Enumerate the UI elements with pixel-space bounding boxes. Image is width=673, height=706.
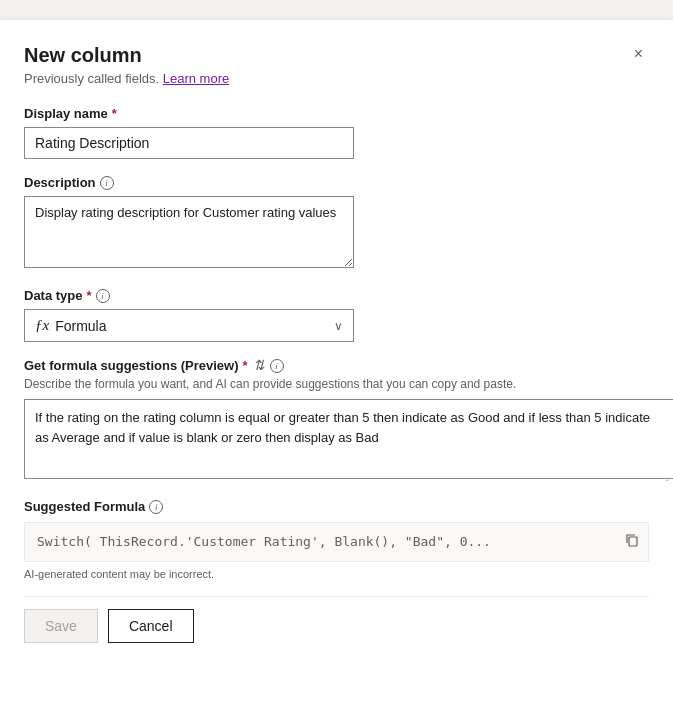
- data-type-required-star: *: [87, 288, 92, 303]
- display-name-label: Display name *: [24, 106, 649, 121]
- required-star: *: [112, 106, 117, 121]
- svg-rect-0: [629, 537, 637, 546]
- suggested-formula-text: Switch( ThisRecord.'Customer Rating', Bl…: [37, 534, 491, 549]
- resize-handle[interactable]: ⌟: [665, 471, 673, 481]
- formula-hint: Describe the formula you want, and AI ca…: [24, 377, 649, 391]
- suggested-info-icon[interactable]: i: [149, 500, 163, 514]
- description-group: Description i Display rating description…: [24, 175, 649, 272]
- data-type-info-icon[interactable]: i: [96, 289, 110, 303]
- suggested-formula-section: Suggested Formula i Switch( ThisRecord.'…: [24, 499, 649, 580]
- description-info-icon[interactable]: i: [100, 176, 114, 190]
- data-type-select[interactable]: ƒx Formula ∨: [24, 309, 354, 342]
- suggested-formula-label-row: Suggested Formula i: [24, 499, 649, 514]
- data-type-group: Data type * i ƒx Formula ∨: [24, 288, 649, 342]
- fx-icon: ƒx: [35, 317, 49, 334]
- sort-icon[interactable]: ⇅: [252, 359, 266, 373]
- formula-input-wrapper: If the rating on the rating column is eq…: [24, 399, 673, 483]
- description-input[interactable]: Display rating description for Customer …: [24, 196, 354, 268]
- formula-suggestions-label-row: Get formula suggestions (Preview) * ⇅ i: [24, 358, 649, 373]
- save-button: Save: [24, 609, 98, 643]
- formula-row: If the rating on the rating column is eq…: [24, 399, 649, 483]
- panel-subtitle: Previously called fields. Learn more: [24, 71, 649, 86]
- data-type-label: Data type * i: [24, 288, 649, 303]
- close-button[interactable]: ×: [628, 44, 649, 64]
- copy-icon: [624, 532, 640, 548]
- copy-formula-button[interactable]: [624, 532, 640, 552]
- formula-suggestions-section: Get formula suggestions (Preview) * ⇅ i …: [24, 358, 649, 483]
- formula-required-star: *: [243, 358, 248, 373]
- panel-title: New column: [24, 44, 142, 67]
- data-type-select-display[interactable]: ƒx Formula ∨: [24, 309, 354, 342]
- suggested-formula-box: Switch( ThisRecord.'Customer Rating', Bl…: [24, 522, 649, 562]
- data-type-value: Formula: [55, 318, 106, 334]
- description-label: Description i: [24, 175, 649, 190]
- display-name-group: Display name *: [24, 106, 649, 159]
- ai-disclaimer: AI-generated content may be incorrect.: [24, 568, 649, 580]
- new-column-panel: New column × Previously called fields. L…: [0, 20, 673, 706]
- learn-more-link[interactable]: Learn more: [163, 71, 229, 86]
- cancel-button[interactable]: Cancel: [108, 609, 194, 643]
- formula-input-area: If the rating on the rating column is eq…: [24, 399, 673, 483]
- footer-buttons: Save Cancel: [24, 596, 649, 643]
- formula-info-icon[interactable]: i: [270, 359, 284, 373]
- panel-header: New column ×: [24, 44, 649, 67]
- formula-suggestions-input[interactable]: If the rating on the rating column is eq…: [24, 399, 673, 479]
- display-name-input[interactable]: [24, 127, 354, 159]
- chevron-down-icon: ∨: [334, 319, 343, 333]
